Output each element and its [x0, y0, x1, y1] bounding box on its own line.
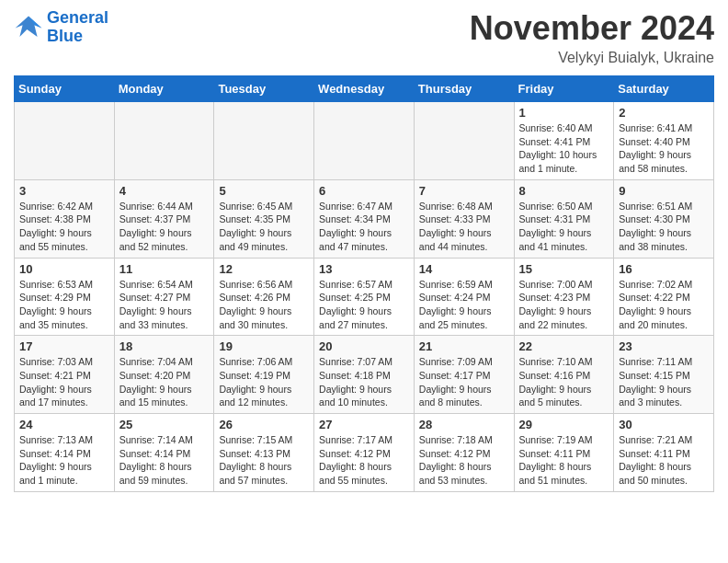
calendar-cell: 23Sunrise: 7:11 AMSunset: 4:15 PMDayligh… [614, 336, 714, 414]
calendar-cell: 14Sunrise: 6:59 AMSunset: 4:24 PMDayligh… [414, 258, 514, 336]
day-number: 8 [519, 184, 609, 198]
calendar-cell: 29Sunrise: 7:19 AMSunset: 4:11 PMDayligh… [514, 414, 614, 492]
day-number: 15 [519, 262, 609, 276]
day-info: Sunrise: 6:45 AMSunset: 4:35 PMDaylight:… [219, 200, 309, 254]
calendar-cell: 7Sunrise: 6:48 AMSunset: 4:33 PMDaylight… [414, 179, 514, 258]
day-info: Sunrise: 6:40 AMSunset: 4:41 PMDaylight:… [519, 121, 609, 176]
calendar-week-5: 24Sunrise: 7:13 AMSunset: 4:14 PMDayligh… [15, 414, 714, 492]
day-info: Sunrise: 7:00 AMSunset: 4:23 PMDaylight:… [519, 278, 609, 332]
calendar-cell: 15Sunrise: 7:00 AMSunset: 4:23 PMDayligh… [514, 258, 614, 336]
day-number: 14 [419, 262, 509, 276]
calendar-cell: 1Sunrise: 6:40 AMSunset: 4:41 PMDaylight… [514, 102, 614, 180]
day-number: 6 [319, 184, 409, 198]
logo-bird-icon [14, 15, 43, 40]
day-number: 22 [519, 339, 609, 353]
calendar-header-monday: Monday [114, 76, 214, 102]
day-info: Sunrise: 7:11 AMSunset: 4:15 PMDaylight:… [619, 355, 709, 409]
calendar-cell: 28Sunrise: 7:18 AMSunset: 4:12 PMDayligh… [414, 414, 514, 492]
day-number: 25 [119, 418, 210, 431]
location: Velykyi Buialyk, Ukraine [470, 50, 714, 66]
calendar-cell: 22Sunrise: 7:10 AMSunset: 4:16 PMDayligh… [514, 336, 614, 414]
calendar-cell: 18Sunrise: 7:04 AMSunset: 4:20 PMDayligh… [114, 336, 214, 414]
calendar-cell [414, 102, 514, 180]
calendar-cell: 5Sunrise: 6:45 AMSunset: 4:35 PMDaylight… [214, 179, 314, 258]
calendar-header-friday: Friday [514, 76, 614, 102]
day-number: 4 [119, 184, 210, 198]
calendar-cell: 26Sunrise: 7:15 AMSunset: 4:13 PMDayligh… [214, 414, 314, 492]
calendar-cell: 4Sunrise: 6:44 AMSunset: 4:37 PMDaylight… [114, 179, 214, 258]
day-info: Sunrise: 7:14 AMSunset: 4:14 PMDaylight:… [119, 433, 210, 488]
day-number: 1 [519, 106, 609, 120]
day-number: 10 [19, 262, 109, 276]
calendar-header-saturday: Saturday [614, 76, 714, 102]
day-info: Sunrise: 6:59 AMSunset: 4:24 PMDaylight:… [419, 278, 509, 332]
calendar-cell: 21Sunrise: 7:09 AMSunset: 4:17 PMDayligh… [414, 336, 514, 414]
day-info: Sunrise: 7:04 AMSunset: 4:20 PMDaylight:… [119, 355, 210, 409]
day-info: Sunrise: 7:09 AMSunset: 4:17 PMDaylight:… [419, 355, 509, 409]
calendar-cell: 27Sunrise: 7:17 AMSunset: 4:12 PMDayligh… [314, 414, 415, 492]
day-number: 29 [519, 418, 609, 431]
calendar-cell: 13Sunrise: 6:57 AMSunset: 4:25 PMDayligh… [314, 258, 415, 336]
calendar-cell: 24Sunrise: 7:13 AMSunset: 4:14 PMDayligh… [15, 414, 115, 492]
day-number: 17 [19, 339, 109, 353]
day-info: Sunrise: 7:06 AMSunset: 4:19 PMDaylight:… [219, 355, 309, 409]
calendar-header-wednesday: Wednesday [314, 76, 415, 102]
logo: General Blue [14, 9, 108, 46]
day-number: 5 [219, 184, 309, 198]
day-info: Sunrise: 6:50 AMSunset: 4:31 PMDaylight:… [519, 200, 609, 254]
calendar-cell [15, 102, 115, 180]
day-info: Sunrise: 6:42 AMSunset: 4:38 PMDaylight:… [19, 200, 109, 254]
day-number: 21 [419, 339, 509, 353]
day-info: Sunrise: 7:21 AMSunset: 4:11 PMDaylight:… [619, 433, 709, 488]
day-number: 26 [219, 418, 309, 431]
day-number: 7 [419, 184, 509, 198]
day-info: Sunrise: 7:10 AMSunset: 4:16 PMDaylight:… [519, 355, 609, 409]
calendar-week-2: 3Sunrise: 6:42 AMSunset: 4:38 PMDaylight… [15, 179, 714, 258]
day-number: 3 [19, 184, 109, 198]
day-info: Sunrise: 7:02 AMSunset: 4:22 PMDaylight:… [619, 278, 709, 332]
day-number: 11 [119, 262, 210, 276]
logo-text: General Blue [47, 9, 108, 46]
calendar-cell: 17Sunrise: 7:03 AMSunset: 4:21 PMDayligh… [15, 336, 115, 414]
day-info: Sunrise: 6:53 AMSunset: 4:29 PMDaylight:… [19, 278, 109, 332]
day-info: Sunrise: 7:19 AMSunset: 4:11 PMDaylight:… [519, 433, 609, 488]
calendar-cell [114, 102, 214, 180]
day-number: 27 [319, 418, 409, 431]
day-number: 9 [619, 184, 709, 198]
calendar-cell: 9Sunrise: 6:51 AMSunset: 4:30 PMDaylight… [614, 179, 714, 258]
day-number: 20 [319, 339, 409, 353]
day-info: Sunrise: 6:47 AMSunset: 4:34 PMDaylight:… [319, 200, 409, 254]
day-number: 28 [419, 418, 509, 431]
day-info: Sunrise: 6:51 AMSunset: 4:30 PMDaylight:… [619, 200, 709, 254]
day-info: Sunrise: 7:13 AMSunset: 4:14 PMDaylight:… [19, 433, 109, 488]
day-number: 2 [619, 106, 709, 120]
calendar-header-thursday: Thursday [414, 76, 514, 102]
svg-marker-0 [16, 16, 42, 36]
day-info: Sunrise: 6:56 AMSunset: 4:26 PMDaylight:… [219, 278, 309, 332]
calendar-week-3: 10Sunrise: 6:53 AMSunset: 4:29 PMDayligh… [15, 258, 714, 336]
calendar-cell: 10Sunrise: 6:53 AMSunset: 4:29 PMDayligh… [15, 258, 115, 336]
calendar-week-4: 17Sunrise: 7:03 AMSunset: 4:21 PMDayligh… [15, 336, 714, 414]
day-info: Sunrise: 7:15 AMSunset: 4:13 PMDaylight:… [219, 433, 309, 488]
day-number: 16 [619, 262, 709, 276]
day-info: Sunrise: 6:41 AMSunset: 4:40 PMDaylight:… [619, 121, 709, 176]
day-info: Sunrise: 6:44 AMSunset: 4:37 PMDaylight:… [119, 200, 210, 254]
day-number: 18 [119, 339, 210, 353]
day-number: 24 [19, 418, 109, 431]
day-number: 30 [619, 418, 709, 431]
calendar-cell: 6Sunrise: 6:47 AMSunset: 4:34 PMDaylight… [314, 179, 415, 258]
calendar-week-1: 1Sunrise: 6:40 AMSunset: 4:41 PMDaylight… [15, 102, 714, 180]
calendar-header-tuesday: Tuesday [214, 76, 314, 102]
calendar-cell: 2Sunrise: 6:41 AMSunset: 4:40 PMDaylight… [614, 102, 714, 180]
day-info: Sunrise: 7:03 AMSunset: 4:21 PMDaylight:… [19, 355, 109, 409]
calendar-header-row: SundayMondayTuesdayWednesdayThursdayFrid… [15, 76, 714, 102]
month-title: November 2024 [470, 9, 714, 48]
day-info: Sunrise: 7:18 AMSunset: 4:12 PMDaylight:… [419, 433, 509, 488]
day-number: 13 [319, 262, 409, 276]
day-number: 19 [219, 339, 309, 353]
calendar-cell: 11Sunrise: 6:54 AMSunset: 4:27 PMDayligh… [114, 258, 214, 336]
calendar-cell: 20Sunrise: 7:07 AMSunset: 4:18 PMDayligh… [314, 336, 415, 414]
day-info: Sunrise: 6:57 AMSunset: 4:25 PMDaylight:… [319, 278, 409, 332]
day-info: Sunrise: 7:07 AMSunset: 4:18 PMDaylight:… [319, 355, 409, 409]
calendar-cell: 25Sunrise: 7:14 AMSunset: 4:14 PMDayligh… [114, 414, 214, 492]
